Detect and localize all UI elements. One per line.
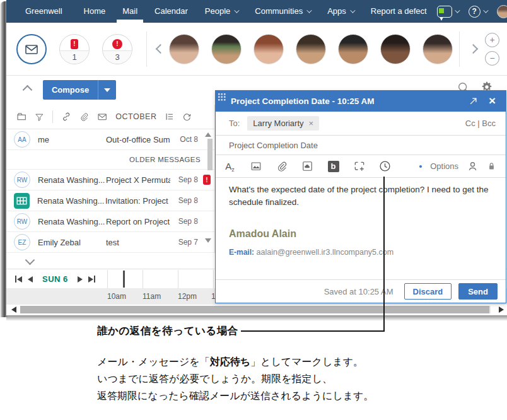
scroll-people-left-icon[interactable] [156, 44, 166, 54]
scroll-left-icon[interactable] [11, 306, 16, 313]
insert-template-button[interactable] [346, 160, 372, 173]
zoom-in-button[interactable]: + [485, 33, 499, 47]
important-person-avatar[interactable] [338, 34, 368, 64]
link-icon[interactable] [61, 110, 71, 123]
nav-item-calendar[interactable]: Calendar [154, 0, 188, 23]
nav-item-apps-label: Apps [327, 0, 346, 23]
to-field[interactable]: To: Larry Moriarty × Cc | Bcc [216, 112, 506, 135]
needs-action-clock-button[interactable] [372, 160, 398, 173]
time-label: 12pm [178, 292, 197, 301]
subject-field[interactable]: Project Completion Date [216, 135, 506, 155]
callout-line-horizontal [241, 330, 385, 332]
mail-toolbar: OCTOBER [6, 105, 214, 129]
scroll-people-right-icon[interactable] [469, 44, 479, 54]
scroll-up-icon[interactable] [205, 132, 211, 137]
attach-from-files-button[interactable] [294, 160, 320, 172]
popup-title-bar[interactable]: Project Completion Date - 10:25 AM × [216, 91, 506, 112]
inbox-filter-button[interactable] [16, 34, 47, 64]
remove-recipient-icon[interactable]: × [309, 119, 314, 128]
refresh-icon[interactable] [182, 111, 192, 123]
current-time-marker [123, 271, 125, 288]
mail-subject: Report on Project X [106, 217, 170, 226]
email-value: aalain@greenwell.ir3.llncompany5.com [257, 248, 394, 257]
scroll-right-icon[interactable] [499, 306, 504, 313]
nav-item-people[interactable]: People [205, 0, 238, 23]
insert-image-button[interactable] [243, 161, 269, 172]
needs-action-filter-button[interactable]: ! 3 [102, 34, 132, 64]
next-day-button[interactable] [78, 276, 83, 283]
mail-date: Sep 8 [170, 217, 198, 226]
sender-initials-avatar: EZ [14, 234, 30, 250]
scroll-down-icon[interactable] [205, 238, 211, 243]
close-popup-button[interactable]: × [489, 94, 496, 108]
attach-file-button[interactable] [269, 160, 294, 172]
sender-initials-avatar: AA [14, 131, 30, 148]
mail-list-row[interactable]: EZ Emily Zebal test Sep 7 [6, 232, 214, 253]
first-day-button[interactable] [15, 276, 22, 283]
annotation-line1-bold: 対応待ち [210, 356, 250, 367]
mail-icon[interactable] [97, 110, 107, 123]
annotation-line1-pre: メール・メッセージを「 [97, 356, 210, 367]
mail-list-row[interactable]: RW Renata Washing... Project X Permutati… [6, 170, 214, 190]
text-format-button[interactable]: Az [217, 161, 243, 172]
report-a-defect-link[interactable]: Report a defect [371, 0, 427, 23]
important-person-avatar[interactable] [422, 34, 453, 64]
previous-day-button[interactable] [28, 276, 33, 283]
compose-button[interactable]: Compose [43, 80, 98, 100]
hour-gridline [213, 270, 214, 288]
brand-greenwell[interactable]: Greenwell [25, 0, 62, 23]
zoom-out-button[interactable]: − [485, 51, 499, 66]
mail-date: Sep 7 [170, 238, 198, 247]
nav-item-apps[interactable]: Apps [327, 0, 354, 23]
compose-dropdown-button[interactable] [98, 80, 116, 100]
waiting-for-filter-button[interactable]: ! 1 [59, 34, 90, 64]
scrollbar-thumb[interactable] [20, 306, 489, 313]
signature-name: Amadou Alain [229, 228, 492, 240]
vertical-scrollbar-thumb[interactable] [207, 139, 213, 170]
user-menu[interactable] [497, 5, 507, 18]
important-person-avatar[interactable] [254, 34, 284, 64]
time-label: 11am [143, 292, 161, 301]
callout-line-vertical [383, 177, 385, 332]
folder-icon[interactable] [16, 110, 26, 123]
waiting-count: 1 [60, 50, 89, 64]
last-day-button[interactable] [88, 276, 95, 283]
image-icon [250, 161, 262, 172]
list-view-icon[interactable] [165, 111, 174, 122]
message-body-text: What's the expected date of the project … [229, 184, 497, 209]
mail-list-panel: OCTOBER AA me Out-of-office Summary Oct … [6, 105, 215, 253]
important-person-avatar[interactable] [169, 34, 199, 64]
collapse-strip-icon[interactable] [23, 85, 33, 95]
help-menu[interactable]: ? [469, 6, 487, 18]
filter-icon[interactable] [35, 111, 44, 123]
nav-item-communities[interactable]: Communities [255, 0, 310, 23]
expand-popup-button[interactable] [469, 96, 478, 106]
nav-item-mail[interactable]: Mail [122, 0, 137, 23]
nav-item-home[interactable]: Home [84, 0, 106, 23]
screenshot-page: Greenwell Home Mail Calendar People Comm… [0, 0, 507, 420]
mail-list-row[interactable]: AA me Out-of-office Summary Oct 8 [6, 129, 214, 150]
options-link[interactable]: Options [430, 161, 458, 171]
recipient-person-icon[interactable] [467, 160, 479, 172]
important-person-avatar[interactable] [211, 34, 242, 64]
strip-zoom-controls: + − [485, 33, 507, 66]
mail-list-row[interactable]: Renata Washing... Invitation: Project X … [6, 190, 214, 211]
attachment-icon[interactable] [79, 110, 89, 123]
expand-icon [469, 96, 478, 106]
mail-list-row[interactable]: RW Renata Washing... Report on Project X… [6, 211, 214, 232]
discard-button[interactable]: Discard [404, 283, 452, 300]
sender-name: me [38, 135, 106, 144]
recipient-pill[interactable]: Larry Moriarty × [247, 116, 319, 131]
calendar-day-label[interactable]: SUN 6 [42, 274, 68, 284]
cc-bcc-link[interactable]: Cc | Bcc [465, 119, 496, 128]
attachment-icon [276, 160, 288, 172]
important-person-avatar[interactable] [296, 34, 326, 64]
send-button[interactable]: Send [458, 283, 498, 300]
box-integration-button[interactable]: b [320, 161, 346, 172]
drag-handle-icon[interactable] [218, 93, 226, 101]
security-lock-icon[interactable] [487, 161, 496, 172]
feedback-menu[interactable] [437, 6, 458, 18]
important-person-avatar[interactable] [380, 34, 411, 64]
expand-more-icon[interactable] [25, 255, 35, 265]
message-body-editor[interactable]: What's the expected date of the project … [216, 178, 506, 279]
